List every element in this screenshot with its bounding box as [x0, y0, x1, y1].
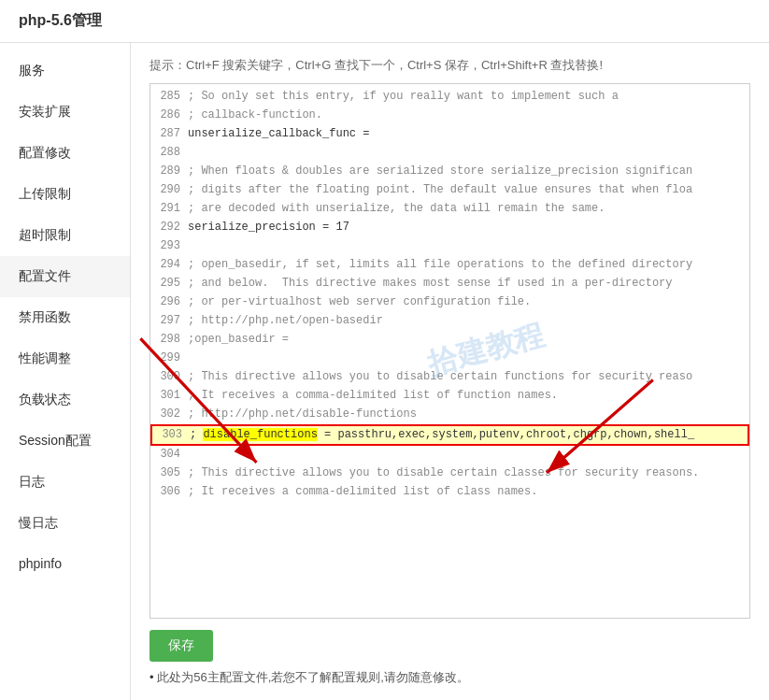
code-line: 303; disable_functions = passthru,exec,s…: [150, 424, 749, 446]
line-number: 306: [152, 483, 188, 502]
line-number: 302: [152, 406, 188, 424]
title-bar: php-5.6管理: [0, 0, 769, 43]
code-line: 301; It receives a comma-delimited list …: [150, 387, 749, 406]
sidebar-item-0[interactable]: 服务: [0, 50, 130, 92]
line-number: 304: [152, 446, 188, 464]
line-number: 305: [152, 464, 188, 483]
line-number: 291: [152, 200, 188, 219]
line-content: [188, 350, 748, 368]
save-button[interactable]: 保存: [150, 630, 213, 662]
line-content: [188, 144, 748, 163]
line-number: 292: [152, 219, 188, 237]
line-content: serialize_precision = 17: [188, 219, 748, 237]
page-title: php-5.6管理: [19, 12, 102, 28]
line-number: 286: [152, 107, 188, 125]
sidebar-item-6[interactable]: 禁用函数: [0, 297, 130, 338]
line-number: 298: [152, 331, 188, 350]
code-line: 294; open_basedir, if set, limits all fi…: [150, 256, 749, 275]
line-content: [188, 237, 748, 256]
sidebar-item-5[interactable]: 配置文件: [0, 256, 130, 297]
warning-text: 此处为56主配置文件,若您不了解配置规则,请勿随意修改。: [150, 669, 750, 686]
line-content: ; and below. This directive makes most s…: [188, 275, 748, 293]
line-number: 294: [152, 256, 188, 275]
code-line: 287unserialize_callback_func =: [150, 125, 749, 144]
code-line: 295; and below. This directive makes mos…: [150, 275, 749, 293]
line-number: 295: [152, 275, 188, 293]
sidebar-item-4[interactable]: 超时限制: [0, 215, 130, 256]
app-container: php-5.6管理 服务安装扩展配置修改上传限制超时限制配置文件禁用函数性能调整…: [0, 0, 769, 700]
line-content: ; or per-virtualhost web server configur…: [188, 293, 748, 312]
content-area: 提示：Ctrl+F 搜索关键字，Ctrl+G 查找下一个，Ctrl+S 保存，C…: [131, 43, 769, 700]
line-content: ; are decoded with unserialize, the data…: [188, 200, 748, 219]
line-number: 301: [152, 387, 188, 406]
code-line: 298;open_basedir =: [150, 331, 749, 350]
sidebar-item-12[interactable]: phpinfo: [0, 544, 130, 583]
sidebar-item-7[interactable]: 性能调整: [0, 338, 130, 379]
code-line: 300; This directive allows you to disabl…: [150, 368, 749, 387]
line-number: 296: [152, 293, 188, 312]
line-number: 288: [152, 144, 188, 163]
line-number: 300: [152, 368, 188, 387]
code-line: 288: [150, 144, 749, 163]
line-number: 290: [152, 181, 188, 200]
line-content: ; digits after the floating point. The d…: [188, 181, 748, 200]
code-editor[interactable]: 285; So only set this entry, if you real…: [150, 83, 750, 619]
line-content: ; http://php.net/disable-functions: [188, 406, 748, 424]
main-layout: 服务安装扩展配置修改上传限制超时限制配置文件禁用函数性能调整负载状态Sessio…: [0, 43, 769, 700]
code-line: 305; This directive allows you to disabl…: [150, 464, 749, 483]
line-content: ; This directive allows you to disable c…: [188, 464, 748, 483]
line-number: 289: [152, 163, 188, 181]
line-content: ;open_basedir =: [188, 331, 748, 350]
line-content: ; This directive allows you to disable c…: [188, 368, 748, 387]
code-line: 292serialize_precision = 17: [150, 219, 749, 237]
sidebar-item-11[interactable]: 慢日志: [0, 503, 130, 544]
line-content: ; It receives a comma-delimited list of …: [188, 387, 748, 406]
line-content: ; So only set this entry, if you really …: [188, 88, 748, 107]
code-line: 293: [150, 237, 749, 256]
line-number: 285: [152, 88, 188, 107]
line-number: 287: [152, 125, 188, 144]
code-line: 286; callback-function.: [150, 107, 749, 125]
code-line: 290; digits after the floating point. Th…: [150, 181, 749, 200]
code-line: 296; or per-virtualhost web server confi…: [150, 293, 749, 312]
code-line: 302; http://php.net/disable-functions: [150, 406, 749, 424]
line-content: [188, 446, 748, 464]
line-content: ; disable_functions = passthru,exec,syst…: [190, 426, 746, 444]
code-line: 306; It receives a comma-delimited list …: [150, 483, 749, 502]
code-line: 291; are decoded with unserialize, the d…: [150, 200, 749, 219]
line-content: ; open_basedir, if set, limits all file …: [188, 256, 748, 275]
line-number: 303: [154, 426, 190, 444]
code-line: 297; http://php.net/open-basedir: [150, 312, 749, 331]
sidebar: 服务安装扩展配置修改上传限制超时限制配置文件禁用函数性能调整负载状态Sessio…: [0, 43, 131, 700]
sidebar-item-2[interactable]: 配置修改: [0, 133, 130, 174]
line-content: ; callback-function.: [188, 107, 748, 125]
sidebar-item-10[interactable]: 日志: [0, 462, 130, 503]
code-line: 289; When floats & doubles are serialize…: [150, 163, 749, 181]
hint-bar: 提示：Ctrl+F 搜索关键字，Ctrl+G 查找下一个，Ctrl+S 保存，C…: [150, 57, 750, 74]
line-content: unserialize_callback_func =: [188, 125, 748, 144]
line-number: 299: [152, 350, 188, 368]
code-line: 299: [150, 350, 749, 368]
sidebar-item-8[interactable]: 负载状态: [0, 379, 130, 421]
code-line: 285; So only set this entry, if you real…: [150, 88, 749, 107]
line-number: 293: [152, 237, 188, 256]
line-content: ; http://php.net/open-basedir: [188, 312, 748, 331]
line-number: 297: [152, 312, 188, 331]
sidebar-item-9[interactable]: Session配置: [0, 421, 130, 462]
line-content: ; When floats & doubles are serialized s…: [188, 163, 748, 181]
line-content: ; It receives a comma-delimited list of …: [188, 483, 748, 502]
sidebar-item-3[interactable]: 上传限制: [0, 174, 130, 215]
sidebar-item-1[interactable]: 安装扩展: [0, 92, 130, 133]
code-line: 304: [150, 446, 749, 464]
save-area: 保存 此处为56主配置文件,若您不了解配置规则,请勿随意修改。: [150, 630, 750, 686]
